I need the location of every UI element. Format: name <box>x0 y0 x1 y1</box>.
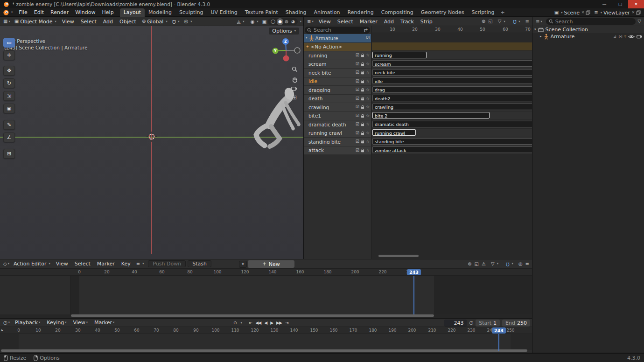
outliner-search-input[interactable]: Search <box>546 18 636 25</box>
menu-item[interactable]: Strip <box>417 19 436 24</box>
overlays-dropdown[interactable]: ◉ ▾ <box>248 20 261 24</box>
jump-to-start-button[interactable]: ⇤ <box>249 321 252 325</box>
menu-item[interactable]: Key <box>118 261 134 266</box>
viewport-options-dropdown[interactable]: Options ▾ <box>269 28 299 35</box>
scene-selector[interactable]: ▣ ▾ Scene ✕ <box>553 10 592 15</box>
action-content[interactable] <box>0 276 532 314</box>
menu-dropdown[interactable]: View ▾ <box>70 320 91 325</box>
track-lock-icon[interactable] <box>361 114 364 118</box>
snapping-dropdown[interactable]: Ω ▾ <box>170 19 182 24</box>
nla-strip[interactable]: standing bite <box>372 138 532 145</box>
annotate-tool[interactable]: ✎ <box>3 120 15 130</box>
track-lock-icon[interactable] <box>361 70 364 75</box>
nla-armature-channel[interactable]: ▾ Armature ☑ <box>304 34 371 42</box>
nla-ruler[interactable]: 10203040506070 <box>372 26 532 33</box>
track-mute-checkbox-icon[interactable]: ☑ <box>356 70 359 75</box>
editor-type-button[interactable]: ≣ ▾ <box>304 19 315 24</box>
toggle-ortho-icon[interactable]: ⊞ <box>292 95 297 100</box>
track-lock-icon[interactable] <box>361 53 364 57</box>
track-solo-star-icon[interactable]: ☆ <box>366 88 370 92</box>
measure-tool[interactable]: ∠ <box>3 132 15 142</box>
nla-track-channel[interactable]: bite1 ☑ ☆ <box>304 112 371 120</box>
menu-item[interactable]: Render <box>47 10 72 15</box>
action-horizontal-scrollbar[interactable] <box>71 314 434 317</box>
menu-item[interactable]: Object <box>116 19 140 24</box>
new-action-button[interactable]: + New <box>248 260 294 268</box>
playhead-line[interactable] <box>413 276 414 314</box>
track-lock-icon[interactable] <box>361 79 364 84</box>
stash-button[interactable]: Stash <box>188 260 211 267</box>
nla-strip[interactable]: bite 2 <box>372 112 490 118</box>
track-mute-checkbox-icon[interactable]: ☑ <box>356 97 359 101</box>
workspace-tab[interactable]: Modeling <box>145 8 175 17</box>
nla-track-channel[interactable]: crawling ☑ ☆ <box>304 103 371 111</box>
menu-item[interactable]: Marker <box>357 19 381 24</box>
track-solo-star-icon[interactable]: ☆ <box>366 70 370 75</box>
blender-menu-button[interactable]: ▾ <box>0 9 15 16</box>
show-hidden-icon[interactable]: ◱ <box>475 262 479 266</box>
viewport-canvas[interactable]: User Perspective (243) Scene Collection … <box>0 26 303 259</box>
current-frame-field[interactable]: 243 <box>444 320 467 327</box>
nla-track-channel[interactable]: neck bite ☑ ☆ <box>304 69 371 77</box>
menu-item[interactable]: Add <box>100 19 116 24</box>
track-lock-icon[interactable] <box>361 97 364 101</box>
play-button[interactable]: ▶ <box>270 321 273 325</box>
nla-strip[interactable]: death2 <box>372 95 532 101</box>
scene-collection-row[interactable]: ▾ Scene Collection <box>532 26 644 33</box>
viewlayer-browse-icon[interactable]: ≣ <box>594 10 598 15</box>
nla-strip[interactable]: neck bite <box>372 69 532 76</box>
gizmos-dropdown[interactable]: ◬ ▾ <box>235 20 247 24</box>
move-tool[interactable]: ✥ <box>3 66 15 76</box>
snapping-dropdown[interactable]: Ω ▾ <box>504 262 516 266</box>
workspace-tab[interactable]: UV Editing <box>207 8 241 17</box>
nla-track-channel[interactable]: death ☑ ☆ <box>304 95 371 103</box>
swap-arrows-icon[interactable]: ⇄ <box>364 28 368 33</box>
track-solo-star-icon[interactable]: ☆ <box>366 139 370 144</box>
preview-range-icon[interactable]: ◷ <box>469 320 473 325</box>
nla-track-channel[interactable]: running crawl ☑ ☆ <box>304 129 371 138</box>
shading-rendered-icon[interactable]: ◕ <box>290 18 296 25</box>
armature-row[interactable]: ▸ Armature ⊿ ⋈ ▿ <box>532 33 644 40</box>
track-mute-checkbox-icon[interactable]: ☑ <box>356 53 359 57</box>
nla-track-channel[interactable]: scream ☑ ☆ <box>304 60 371 69</box>
current-frame-badge[interactable]: 243 <box>407 269 421 275</box>
nla-strip[interactable]: scream <box>372 60 532 67</box>
minimize-button[interactable]: — <box>596 0 612 8</box>
push-down-button[interactable]: Push Down <box>148 260 186 267</box>
track-mute-checkbox-icon[interactable]: ☑ <box>356 88 359 92</box>
jump-to-end-button[interactable]: ⇥ <box>285 321 288 325</box>
nla-strip[interactable]: idle <box>372 77 532 84</box>
track-solo-star-icon[interactable]: ☆ <box>366 62 370 66</box>
filter-funnel-dropdown[interactable]: ▽ ▾ <box>489 262 501 266</box>
show-errors-icon[interactable]: ⚠ <box>482 262 486 266</box>
track-lock-icon[interactable] <box>361 88 364 92</box>
editor-type-button[interactable]: ◷ ▾ <box>0 320 12 325</box>
timeline-track-area[interactable] <box>0 334 532 350</box>
menu-dropdown[interactable]: Playback ▾ <box>12 320 43 325</box>
nla-strip[interactable]: running <box>372 52 427 58</box>
workspace-tab[interactable]: Shading <box>282 8 310 17</box>
track-lock-icon[interactable] <box>361 139 364 144</box>
track-solo-star-icon[interactable]: ☆ <box>366 114 370 118</box>
editor-type-button[interactable]: ◇ ▾ <box>0 262 11 266</box>
nla-track-channel[interactable]: standing bite ☑ ☆ <box>304 138 371 146</box>
new-scene-icon[interactable] <box>586 10 590 15</box>
filter-selected-icon[interactable]: ⊚ <box>468 262 471 266</box>
end-frame-field[interactable]: End 250 <box>502 320 530 327</box>
filter-icon[interactable]: ▽ <box>637 19 641 24</box>
menu-item[interactable]: Select <box>71 261 94 266</box>
track-mute-checkbox-icon[interactable]: ☑ <box>356 79 359 84</box>
gizmo-z-axis[interactable]: Z <box>284 40 287 44</box>
nla-strip[interactable]: zombie attack <box>372 146 532 153</box>
filters-dropdown[interactable]: ≡ ▾ <box>134 262 147 266</box>
track-solo-star-icon[interactable]: ☆ <box>366 148 370 153</box>
track-solo-star-icon[interactable]: ☆ <box>366 97 370 101</box>
select-box-tool[interactable]: ▭ <box>3 38 15 48</box>
menu-item[interactable]: Add <box>381 19 397 24</box>
workspace-tab[interactable]: Geometry Nodes <box>417 8 468 17</box>
view-sliders-icon[interactable]: ≡ <box>525 262 529 266</box>
proportional-dropdown[interactable]: ◎ ▾ <box>182 19 195 24</box>
track-lock-icon[interactable] <box>361 122 364 126</box>
menu-item[interactable]: View <box>59 19 77 24</box>
nla-strip[interactable]: dramatic death <box>372 121 532 127</box>
